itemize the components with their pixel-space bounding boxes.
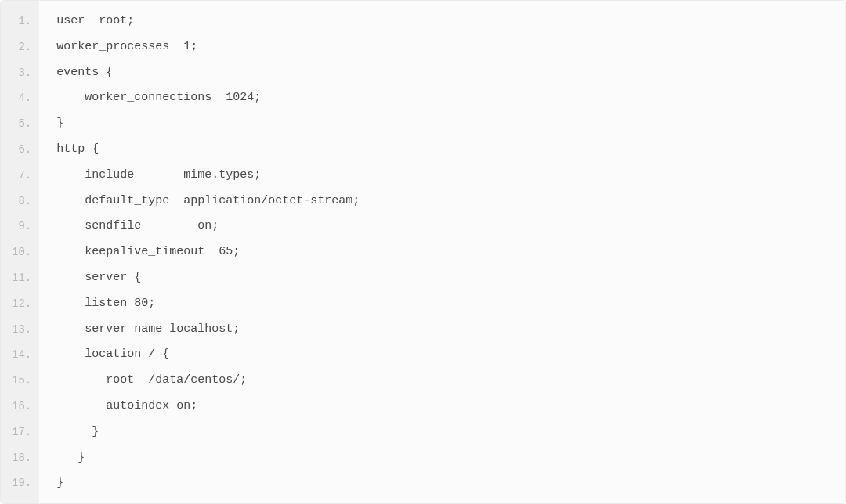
line-number: 10. [1, 239, 39, 265]
line-number: 7. [1, 163, 39, 189]
code-block: 1. 2. 3. 4. 5. 6. 7. 8. 9. 10. 11. 12. 1… [0, 0, 846, 504]
line-number: 9. [1, 214, 39, 239]
code-line: events { [39, 60, 845, 86]
code-line: } [39, 445, 845, 471]
line-number: 14. [1, 342, 39, 368]
line-number: 1. [1, 9, 39, 34]
code-line: root /data/centos/; [39, 368, 845, 394]
line-number: 8. [1, 189, 39, 214]
code-line: worker_processes 1; [39, 34, 845, 60]
code-line: user root; [39, 9, 845, 34]
code-line: location / { [39, 342, 845, 368]
code-line: server_name localhost; [39, 317, 845, 343]
line-number-gutter: 1. 2. 3. 4. 5. 6. 7. 8. 9. 10. 11. 12. 1… [1, 1, 39, 503]
code-line: autoindex on; [39, 394, 845, 419]
line-number: 11. [1, 265, 39, 291]
code-line: } [39, 111, 845, 137]
line-number: 17. [1, 419, 39, 445]
line-number: 3. [1, 60, 39, 86]
code-line: listen 80; [39, 291, 845, 317]
line-number: 16. [1, 394, 39, 419]
code-line: } [39, 419, 845, 445]
code-line: http { [39, 137, 845, 163]
line-number: 2. [1, 34, 39, 60]
code-line: worker_connections 1024; [39, 85, 845, 111]
line-number: 19. [1, 470, 39, 496]
line-number: 13. [1, 317, 39, 343]
code-area[interactable]: user root; worker_processes 1; events { … [39, 1, 845, 503]
line-number: 18. [1, 445, 39, 471]
line-number: 5. [1, 111, 39, 137]
line-number: 12. [1, 291, 39, 317]
line-number: 6. [1, 137, 39, 163]
code-line: keepalive_timeout 65; [39, 239, 845, 265]
code-line: include mime.types; [39, 163, 845, 189]
line-number: 4. [1, 85, 39, 111]
code-line: server { [39, 265, 845, 291]
code-line: default_type application/octet-stream; [39, 189, 845, 214]
line-number: 15. [1, 368, 39, 394]
code-line: sendfile on; [39, 214, 845, 239]
code-line: } [39, 470, 845, 496]
